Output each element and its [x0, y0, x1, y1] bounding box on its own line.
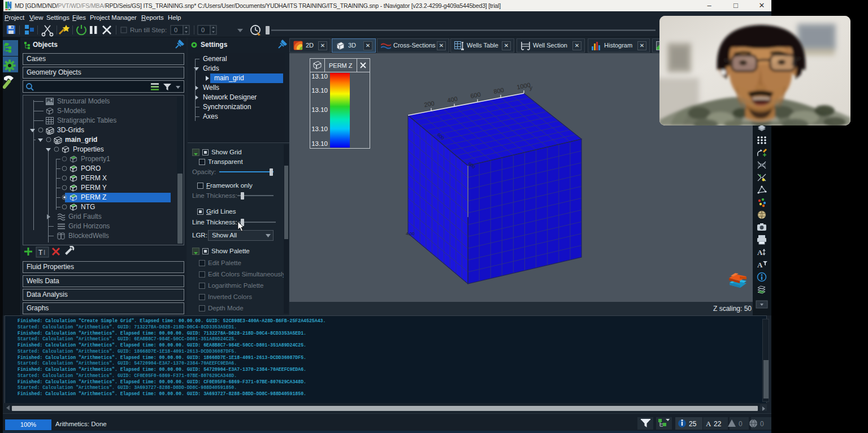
- svg-text:0: 0: [760, 420, 764, 428]
- svg-text:1000: 1000: [516, 81, 531, 90]
- svg-text:400: 400: [446, 95, 458, 103]
- svg-text:13.10: 13.10: [311, 87, 328, 94]
- svg-text:13.10: 13.10: [311, 106, 328, 113]
- svg-text:200: 200: [423, 99, 435, 108]
- svg-text:A: A: [757, 248, 763, 257]
- svg-text:y: y: [530, 85, 532, 91]
- svg-text:Run till Step:: Run till Step:: [130, 27, 167, 33]
- svg-text:0: 0: [201, 27, 205, 33]
- svg-text:22: 22: [714, 420, 722, 428]
- svg-text:13.10: 13.10: [311, 125, 328, 132]
- svg-text:600: 600: [470, 91, 481, 99]
- svg-text:T: T: [38, 249, 43, 257]
- svg-text:A: A: [757, 261, 763, 269]
- svg-text:800: 800: [493, 86, 504, 95]
- svg-text:13.10: 13.10: [311, 73, 328, 80]
- svg-text:0: 0: [174, 27, 177, 33]
- svg-text:25: 25: [689, 420, 697, 428]
- svg-text:0: 0: [739, 420, 743, 428]
- svg-text:4,00: 4,00: [406, 231, 415, 236]
- svg-text:13.10: 13.10: [311, 140, 328, 147]
- svg-text:I: I: [44, 249, 45, 257]
- svg-text:A: A: [706, 419, 711, 428]
- svg-text:PERM Z: PERM Z: [329, 62, 353, 69]
